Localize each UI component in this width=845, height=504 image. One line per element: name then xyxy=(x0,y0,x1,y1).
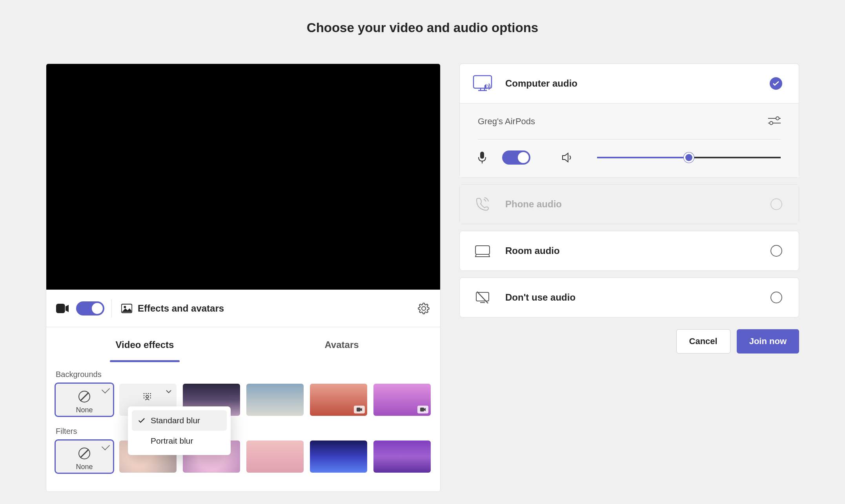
background-none[interactable]: None xyxy=(56,384,113,416)
prohibit-icon xyxy=(78,448,90,459)
video-controls-bar: Effects and avatars xyxy=(46,290,440,327)
filters-label: Filters xyxy=(56,427,431,436)
page-title: Choose your video and audio options xyxy=(0,0,845,35)
filter-none-label: None xyxy=(76,463,93,471)
phone-audio-label: Phone audio xyxy=(505,199,770,210)
mic-volume-row xyxy=(478,140,781,165)
svg-rect-19 xyxy=(480,152,484,159)
effects-icon xyxy=(121,304,132,313)
room-audio-label: Room audio xyxy=(505,245,770,256)
room-audio-option[interactable]: Room audio xyxy=(460,231,799,270)
audio-device-section: Greg's AirPods xyxy=(460,103,799,177)
background-option-3[interactable] xyxy=(310,384,367,416)
room-audio-radio xyxy=(770,245,782,257)
filter-option-3[interactable] xyxy=(246,441,304,473)
phone-audio-icon xyxy=(472,197,494,212)
blur-option-standard-label: Standard blur xyxy=(151,416,200,425)
svg-point-10 xyxy=(150,397,151,399)
chevron-down-icon xyxy=(166,390,172,393)
phone-audio-radio xyxy=(770,198,782,210)
gear-icon xyxy=(418,303,430,314)
filter-none[interactable]: None xyxy=(56,441,113,473)
svg-point-9 xyxy=(150,395,151,396)
audio-panel: Computer audio Greg's AirPods xyxy=(459,63,799,492)
checkmark-icon xyxy=(772,81,779,86)
join-now-button[interactable]: Join now xyxy=(737,329,799,354)
sliders-icon xyxy=(768,116,781,125)
speaker-icon xyxy=(562,152,574,163)
computer-audio-option[interactable]: Computer audio xyxy=(460,64,799,103)
phone-audio-option: Phone audio xyxy=(460,185,799,224)
filter-option-5[interactable] xyxy=(373,441,431,473)
audio-device-name: Greg's AirPods xyxy=(478,116,535,127)
backgrounds-label: Backgrounds xyxy=(56,370,431,379)
svg-point-7 xyxy=(144,395,145,396)
main-container: Effects and avatars Video effects Avatar… xyxy=(0,35,845,492)
svg-point-8 xyxy=(144,397,145,399)
phone-audio-card: Phone audio xyxy=(459,184,799,224)
svg-rect-21 xyxy=(476,292,489,301)
computer-audio-icon xyxy=(472,75,494,92)
blur-option-standard[interactable]: Standard blur xyxy=(132,410,227,431)
tab-video-effects[interactable]: Video effects xyxy=(46,327,243,362)
no-audio-option[interactable]: Don't use audio xyxy=(460,278,799,317)
background-option-2[interactable] xyxy=(246,384,304,416)
effects-avatars-button[interactable]: Effects and avatars xyxy=(119,303,224,314)
svg-rect-13 xyxy=(420,408,424,412)
computer-audio-card: Computer audio Greg's AirPods xyxy=(459,63,799,178)
svg-point-2 xyxy=(124,306,126,308)
room-audio-icon xyxy=(472,244,494,257)
svg-rect-0 xyxy=(56,304,65,313)
svg-point-5 xyxy=(148,393,149,394)
filter-option-4[interactable] xyxy=(310,441,367,473)
svg-point-4 xyxy=(146,393,147,394)
effects-tabs: Video effects Avatars xyxy=(46,327,440,362)
svg-point-11 xyxy=(146,395,149,398)
blur-icon xyxy=(142,392,154,401)
check-icon xyxy=(138,417,145,424)
no-audio-label: Don't use audio xyxy=(505,292,770,303)
footer-buttons: Cancel Join now xyxy=(459,329,799,354)
tab-avatars[interactable]: Avatars xyxy=(243,327,440,362)
svg-point-16 xyxy=(776,117,779,120)
no-audio-card: Don't use audio xyxy=(459,277,799,317)
filters-row: None xyxy=(56,441,431,473)
background-none-label: None xyxy=(76,406,93,414)
animated-badge-icon xyxy=(417,406,428,413)
microphone-icon xyxy=(478,152,486,163)
device-settings-button[interactable] xyxy=(768,116,781,127)
effects-content: Backgrounds None Stand xyxy=(46,362,440,491)
audio-device-row[interactable]: Greg's AirPods xyxy=(478,103,781,140)
blur-options-popup: Standard blur Portrait blur xyxy=(128,406,231,455)
settings-button[interactable] xyxy=(417,301,431,315)
backgrounds-row: None Stand xyxy=(56,384,431,416)
computer-audio-label: Computer audio xyxy=(505,78,770,89)
prohibit-icon xyxy=(78,391,90,402)
room-audio-card: Room audio xyxy=(459,231,799,271)
svg-rect-12 xyxy=(357,408,361,412)
no-audio-radio xyxy=(770,292,782,303)
camera-toggle[interactable] xyxy=(76,301,104,315)
blur-option-portrait-label: Portrait blur xyxy=(151,436,193,446)
svg-point-3 xyxy=(144,393,145,394)
animated-badge-icon xyxy=(354,406,365,413)
video-panel: Effects and avatars Video effects Avatar… xyxy=(46,63,441,492)
background-option-4[interactable] xyxy=(373,384,431,416)
svg-rect-14 xyxy=(473,76,492,88)
volume-slider[interactable] xyxy=(597,157,781,158)
cancel-button[interactable]: Cancel xyxy=(676,329,730,354)
blur-dropdown-button[interactable] xyxy=(163,386,174,397)
computer-audio-radio xyxy=(770,77,782,90)
no-audio-icon xyxy=(472,291,494,304)
svg-line-23 xyxy=(477,292,488,303)
effects-avatars-label: Effects and avatars xyxy=(138,303,224,314)
blur-option-portrait[interactable]: Portrait blur xyxy=(132,431,227,451)
microphone-toggle[interactable] xyxy=(502,150,530,165)
svg-point-18 xyxy=(770,121,773,125)
video-camera-icon xyxy=(56,304,69,313)
svg-point-6 xyxy=(150,393,151,394)
video-preview xyxy=(46,64,440,290)
